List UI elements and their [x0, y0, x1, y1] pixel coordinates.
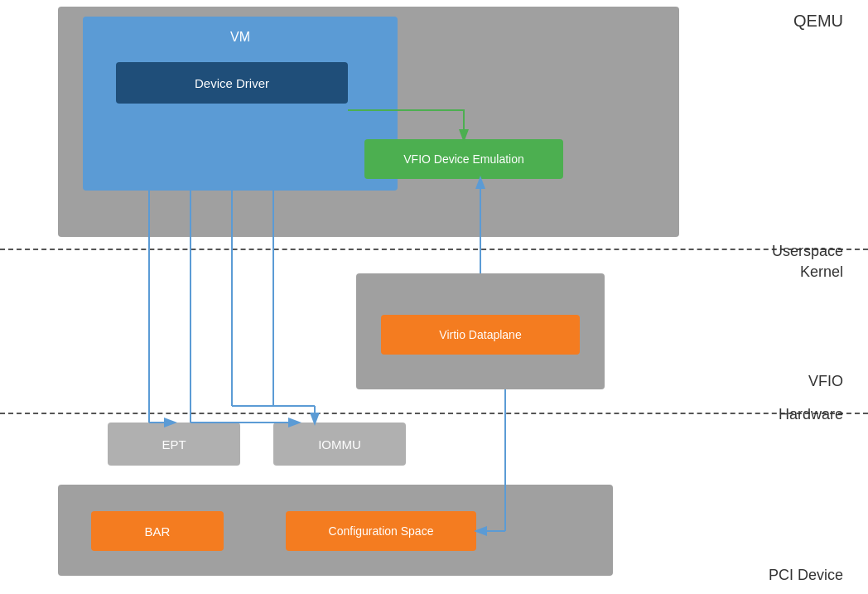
vm-label: VM [83, 30, 398, 45]
ept-box: EPT [108, 423, 240, 466]
pci-device-label: PCI Device [769, 567, 843, 584]
qemu-label: QEMU [793, 12, 843, 31]
diagram-container: VM Device Driver VFIO Device Emulation V… [0, 0, 868, 594]
device-driver-label: Device Driver [195, 76, 269, 90]
virtio-box: Virtio Dataplane [381, 315, 580, 355]
bar-box: BAR [91, 511, 224, 551]
config-space-box: Configuration Space [286, 511, 476, 551]
vfio-emulation-box: VFIO Device Emulation [364, 139, 563, 179]
iommu-box: IOMMU [273, 423, 406, 466]
userspace-label: Userspace [772, 243, 843, 260]
vfio-emulation-label: VFIO Device Emulation [403, 152, 524, 166]
vfio-kernel-box: Virtio Dataplane [356, 273, 605, 389]
config-space-label: Configuration Space [329, 524, 434, 538]
hardware-label: Hardware [779, 406, 843, 423]
kernel-label: Kernel [800, 263, 843, 281]
bar-label: BAR [145, 524, 171, 538]
kernel-hardware-divider [0, 413, 868, 414]
userspace-kernel-divider [0, 249, 868, 250]
vfio-label: VFIO [808, 373, 843, 390]
iommu-label: IOMMU [318, 437, 361, 452]
virtio-label: Virtio Dataplane [439, 328, 521, 341]
device-driver-box: Device Driver [116, 62, 348, 104]
vm-box: VM Device Driver [83, 17, 398, 191]
ept-label: EPT [162, 437, 186, 452]
